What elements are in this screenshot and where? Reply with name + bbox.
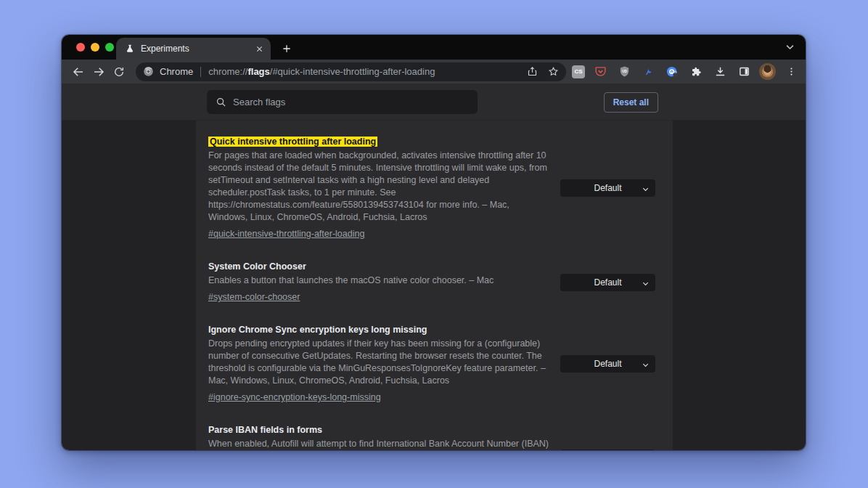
- tab-experiments[interactable]: Experiments: [116, 38, 271, 60]
- flag-entry: Quick intensive throttling after loading…: [208, 137, 655, 240]
- extensions-puzzle-icon[interactable]: [687, 63, 705, 81]
- zoom-window-button[interactable]: [105, 43, 114, 52]
- tab-strip: Experiments: [62, 35, 806, 60]
- browser-window: Experiments: [62, 35, 806, 450]
- ud-shield-extension-icon[interactable]: UD: [615, 63, 633, 81]
- flag-dropdown-value: Default: [594, 277, 621, 288]
- chrome-logo-icon: [143, 66, 154, 77]
- flags-list: Quick intensive throttling after loading…: [196, 121, 673, 450]
- flag-text: System Color Chooser Enables a button th…: [208, 261, 551, 303]
- forward-icon[interactable]: [89, 62, 108, 81]
- flag-dropdown[interactable]: Default: [560, 179, 655, 197]
- tab-title: Experiments: [141, 44, 253, 54]
- bookmark-star-icon[interactable]: [548, 66, 559, 77]
- tab-search-chevron-icon[interactable]: [785, 41, 795, 52]
- search-placeholder: Search flags: [233, 97, 285, 107]
- blue-ribbon-extension-icon[interactable]: [639, 63, 657, 81]
- chevron-down-icon: [642, 280, 650, 288]
- reload-icon[interactable]: [110, 62, 128, 81]
- toolbar: Chrome chrome://flags/#quick-intensive-t…: [62, 60, 806, 84]
- flag-entry: Parse IBAN fields in forms When enabled,…: [208, 425, 655, 450]
- side-panel-icon[interactable]: [735, 63, 753, 81]
- close-window-button[interactable]: [76, 43, 85, 52]
- search-icon: [216, 97, 226, 107]
- flag-title: Quick intensive throttling after loading: [208, 137, 551, 147]
- flag-dropdown[interactable]: Default: [560, 450, 655, 451]
- flag-entry: System Color Chooser Enables a button th…: [208, 261, 655, 303]
- extensions-area: CS UD: [572, 63, 800, 81]
- url-text: chrome://flags/#quick-intensive-throttli…: [208, 66, 520, 77]
- flags-page: Quick intensive throttling after loading…: [62, 121, 806, 450]
- tab-close-icon[interactable]: [253, 43, 265, 54]
- minimize-window-button[interactable]: [91, 43, 99, 52]
- onepassword-extension-icon[interactable]: [663, 63, 681, 81]
- flask-icon: [125, 44, 135, 54]
- pocket-extension-icon[interactable]: [591, 63, 609, 81]
- flag-title: Parse IBAN fields in forms: [208, 425, 551, 435]
- flag-dropdown[interactable]: Default: [560, 274, 655, 291]
- flag-title: System Color Chooser: [208, 261, 551, 272]
- downloads-icon[interactable]: [711, 63, 729, 81]
- flag-dropdown-value: Default: [594, 183, 621, 193]
- flag-description: For pages that are loaded when backgroun…: [208, 150, 551, 224]
- profile-avatar[interactable]: [759, 63, 776, 80]
- flag-title: Ignore Chrome Sync encryption keys long …: [208, 325, 551, 335]
- site-label: Chrome: [160, 66, 193, 77]
- flag-description: Enables a button that launches the macOS…: [208, 274, 551, 287]
- flag-permalink[interactable]: #quick-intensive-throttling-after-loadin…: [208, 229, 364, 239]
- traffic-lights: [76, 43, 114, 52]
- flag-permalink[interactable]: #system-color-chooser: [208, 292, 300, 302]
- new-tab-button[interactable]: [277, 38, 297, 59]
- address-bar[interactable]: Chrome chrome://flags/#quick-intensive-t…: [136, 62, 566, 81]
- kebab-menu-icon[interactable]: [782, 63, 800, 81]
- share-icon[interactable]: [527, 66, 538, 77]
- flag-permalink[interactable]: #ignore-sync-encryption-keys-long-missin…: [208, 392, 381, 402]
- flag-description: Drops pending encrypted updates if their…: [208, 338, 551, 387]
- back-icon[interactable]: [69, 62, 88, 81]
- flag-text: Ignore Chrome Sync encryption keys long …: [208, 325, 551, 403]
- flag-dropdown-value: Default: [594, 359, 621, 369]
- flag-text: Quick intensive throttling after loading…: [208, 137, 551, 240]
- reset-all-button[interactable]: Reset all: [604, 92, 658, 113]
- flag-dropdown[interactable]: Default: [560, 355, 655, 373]
- flag-text: Parse IBAN fields in forms When enabled,…: [208, 425, 551, 450]
- search-flags-input[interactable]: Search flags: [207, 90, 478, 114]
- chevron-down-icon: [642, 185, 650, 193]
- omnibox-divider: [200, 67, 201, 77]
- cs-extension-icon[interactable]: CS: [572, 65, 585, 78]
- flag-description: When enabled, Autofill will attempt to f…: [208, 438, 551, 450]
- flag-entry: Ignore Chrome Sync encryption keys long …: [208, 325, 655, 403]
- svg-text:UD: UD: [622, 70, 627, 73]
- flags-header: Search flags Reset all: [62, 84, 806, 121]
- chevron-down-icon: [642, 361, 650, 369]
